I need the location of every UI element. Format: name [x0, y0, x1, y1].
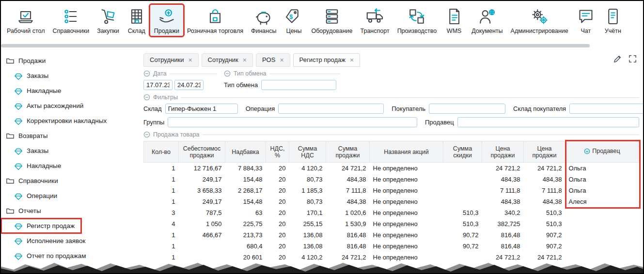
- tab-sales-register[interactable]: Регистр продаж ×: [293, 53, 361, 67]
- table-cell: 7 111,8: [524, 185, 565, 196]
- toolbar-item-directories[interactable]: Справочники: [48, 5, 93, 36]
- sidebar-item-orders[interactable]: Заказы: [1, 68, 140, 83]
- sidebar-item-label: Отчеты: [18, 207, 41, 214]
- table-row[interactable]: 1249,17154,482080,73484,38Не определено4…: [144, 196, 639, 207]
- column-header[interactable]: Цена продажи: [482, 141, 524, 163]
- operation-input[interactable]: [278, 104, 384, 114]
- column-header[interactable]: Сумма скидки: [443, 141, 482, 163]
- table-row[interactable]: 1680,420136,08816,48Не определено90,7281…: [144, 241, 639, 252]
- collapse-icon[interactable]: [143, 94, 150, 101]
- toolbar-scrollbar[interactable]: [1, 44, 590, 47]
- table-cell: 154,48: [225, 196, 266, 207]
- table-cell: 1 185,3: [289, 185, 326, 196]
- tab-employees[interactable]: Сотрудники ×: [143, 53, 199, 67]
- sidebar-item-invoices[interactable]: Накладные: [1, 83, 140, 98]
- sidebar-folder-sales[interactable]: Продажи: [1, 53, 140, 68]
- column-header-seller[interactable]: Продавец: [565, 141, 639, 163]
- sidebar-folder-reports[interactable]: Отчеты: [1, 203, 140, 218]
- date-to-input[interactable]: [174, 80, 204, 90]
- table-header-row: Кол-во Себестоимос продажи Надбавка НДС,…: [144, 141, 639, 163]
- seller-input[interactable]: [457, 117, 639, 127]
- exchange-type-label: Тип обмена: [224, 81, 258, 89]
- gem-icon: [14, 252, 23, 260]
- toolbar-item-production[interactable]: Производство: [393, 5, 441, 36]
- section-sales-table: Продажа товара Кол-во Себестоимос продаж…: [143, 131, 639, 263]
- toolbar-item-wms[interactable]: WMS: [440, 5, 468, 36]
- toolbar-item-label: Производство: [397, 28, 437, 34]
- warehouse-label: Склад: [143, 105, 162, 112]
- sidebar-item-invoice-corrections[interactable]: Корректировки накладных: [1, 113, 140, 128]
- toolbar-item-desktop[interactable]: Рабочий стол: [3, 5, 48, 36]
- column-header[interactable]: Сумма продажи: [326, 141, 370, 163]
- table-row[interactable]: 112 716,677 884,33204 120,224 721,2Не оп…: [144, 163, 639, 174]
- list-icon: [61, 7, 80, 26]
- column-header[interactable]: Себестоимос продажи: [179, 141, 225, 163]
- table-row[interactable]: 3787,56320170,11 020,6Не определено510,3…: [144, 207, 639, 218]
- tab-pos[interactable]: POS ×: [256, 53, 290, 67]
- sidebar-item-return-invoices[interactable]: Накладные: [1, 158, 140, 173]
- sidebar-item-sales-report[interactable]: Отчет по продажам: [1, 248, 140, 263]
- toolbar-item-purchases[interactable]: Закупки: [93, 5, 123, 36]
- table-cell: [565, 229, 639, 241]
- sidebar-folder-directories[interactable]: Справочники: [1, 173, 140, 188]
- table-cell: Ольга: [565, 185, 639, 196]
- table-row[interactable]: 41 050225,7520255,151 530,9Не определено…: [144, 218, 639, 229]
- column-header[interactable]: Цена продажи: [524, 141, 565, 163]
- column-header[interactable]: Кол-во: [144, 141, 179, 163]
- warehouse-input[interactable]: [165, 104, 238, 114]
- toolbar-item-chat[interactable]: Чат: [572, 5, 599, 36]
- column-header[interactable]: Надбавка: [225, 141, 266, 163]
- table-row[interactable]: 120 601204 120,224 721,2Не определено24 …: [144, 252, 639, 263]
- tab-close-icon[interactable]: ×: [350, 57, 354, 63]
- table-cell: 4 120,2: [289, 163, 326, 174]
- collapse-icon[interactable]: [143, 70, 150, 77]
- edit-pencil-icon[interactable]: [613, 54, 622, 63]
- toolbar-item-finance[interactable]: Финансы: [247, 5, 280, 36]
- tab-close-icon[interactable]: ×: [243, 57, 247, 63]
- sidebar-item-label: Регистр продаж: [27, 222, 75, 229]
- sidebar-item-order-fulfillment[interactable]: Исполнение заявок: [1, 233, 140, 248]
- exchange-type-input[interactable]: [261, 80, 336, 90]
- tab-close-icon[interactable]: ×: [280, 57, 283, 63]
- sidebar-item-operations[interactable]: Операции: [1, 188, 140, 203]
- sidebar-item-sales-register[interactable]: Регистр продаж: [1, 218, 81, 233]
- toolbar-item-transport[interactable]: Транспорт: [357, 5, 393, 36]
- table-row[interactable]: 13 658,332 268,17201 185,37 111,8Не опре…: [144, 185, 639, 196]
- date-from-input[interactable]: [143, 80, 173, 90]
- folder-icon: [6, 207, 15, 215]
- table-cell: 136,08: [289, 229, 326, 241]
- table-cell: 90,72: [443, 241, 482, 252]
- collapse-icon[interactable]: [143, 131, 150, 138]
- section-filters: Фильтры Склад Операция Покупатель Склад …: [143, 93, 639, 127]
- table-cell: 3 658,33: [179, 185, 225, 196]
- column-header[interactable]: Сумма НДС: [289, 141, 326, 163]
- buyer-warehouse-input[interactable]: [569, 104, 644, 114]
- collapse-icon[interactable]: [224, 70, 231, 77]
- groups-input[interactable]: [168, 117, 417, 127]
- toolbar-item-equipment[interactable]: Оборудование: [307, 5, 356, 36]
- toolbar-item-retail[interactable]: Розничная торговля: [183, 5, 247, 36]
- toolbar-item-label: Финансы: [251, 28, 276, 34]
- toolbar-item-documents[interactable]: Документы: [468, 5, 506, 36]
- table-row[interactable]: 1249,17154,482080,73484,38Не определено4…: [144, 174, 639, 185]
- column-header[interactable]: НДС, %: [266, 141, 289, 163]
- sidebar-item-return-orders[interactable]: Заказы: [1, 143, 140, 158]
- tab-close-icon[interactable]: ×: [188, 57, 192, 63]
- sidebar-folder-returns[interactable]: Возвраты: [1, 128, 140, 143]
- table-cell: 20 601: [225, 252, 266, 263]
- table-cell: 1: [144, 196, 179, 207]
- buyer-input[interactable]: [429, 104, 505, 114]
- sidebar-item-discrepancy-acts[interactable]: Акты расхождений: [1, 98, 140, 113]
- toolbar-item-warehouse[interactable]: Склад: [123, 5, 150, 36]
- sidebar-item-label: Накладные: [27, 162, 61, 169]
- toolbar-item-administration[interactable]: Администрирование: [507, 5, 572, 36]
- table-cell: 170,1: [289, 207, 326, 218]
- table-row[interactable]: 1466,67213,7320136,08816,48Не определено…: [144, 229, 639, 241]
- tab-employee[interactable]: Сотрудник ×: [202, 53, 253, 67]
- toolbar-item-sales[interactable]: Продажи: [150, 5, 183, 36]
- column-filter-icon[interactable]: [584, 148, 590, 154]
- column-header[interactable]: Названия акций: [370, 141, 443, 163]
- toolbar-item-accounting[interactable]: Учётн: [599, 5, 627, 36]
- fullscreen-icon[interactable]: [628, 54, 637, 63]
- toolbar-item-prices[interactable]: $ Цены: [280, 5, 307, 36]
